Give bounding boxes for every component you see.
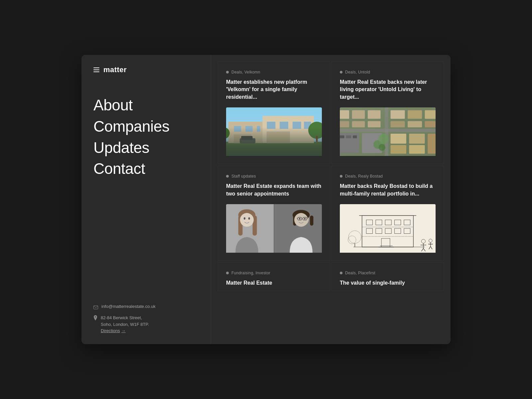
svg-rect-38 (346, 135, 351, 138)
email-row: info@matterrealestate.co.uk (93, 304, 199, 311)
hamburger-icon[interactable] (93, 67, 99, 72)
article-2-title: Matter Real Estate backs new later livin… (340, 78, 436, 101)
svg-rect-40 (391, 134, 406, 144)
article-2-category: Deals, Untold (340, 70, 436, 74)
svg-rect-44 (428, 134, 436, 154)
sketch-image (340, 204, 436, 253)
article-5-category: Fundraising, Investor (226, 271, 322, 275)
svg-point-67 (299, 218, 300, 219)
category-text: Deals, Velkomn (231, 70, 260, 74)
article-card-2[interactable]: Deals, Untold Matter Real Estate backs n… (332, 62, 444, 164)
category-text: Deals, Realy Bostad (345, 174, 383, 179)
svg-rect-32 (391, 121, 405, 127)
residential-image (226, 107, 322, 156)
article-3-category: Staff updates (226, 174, 322, 179)
category-dot (340, 71, 342, 73)
svg-rect-17 (316, 136, 318, 142)
category-dot (340, 175, 342, 178)
article-4-category: Deals, Realy Bostad (340, 174, 436, 179)
category-text: Staff updates (231, 174, 256, 179)
article-5-title: Matter Real Estate (226, 279, 322, 287)
nav-item-updates[interactable]: Updates (93, 138, 199, 158)
svg-rect-5 (245, 126, 252, 132)
svg-rect-1 (226, 107, 322, 156)
svg-rect-22 (385, 107, 388, 156)
svg-rect-9 (267, 122, 276, 129)
svg-rect-30 (408, 110, 422, 119)
svg-rect-10 (280, 122, 288, 129)
footer-info: info@matterrealestate.co.uk 82-84 Berwic… (93, 304, 199, 333)
svg-rect-37 (340, 135, 344, 138)
svg-rect-27 (352, 121, 365, 127)
svg-rect-11 (293, 122, 301, 129)
svg-rect-13 (267, 132, 290, 143)
article-4-image (340, 204, 436, 261)
logo-area: matter (93, 66, 199, 74)
svg-rect-14 (240, 138, 255, 143)
svg-point-18 (226, 127, 230, 139)
svg-rect-7 (234, 135, 251, 143)
directions-link[interactable]: Directions → (101, 328, 126, 333)
article-card-1[interactable]: Deals, Velkomn Matter establishes new pl… (218, 62, 330, 164)
svg-rect-39 (353, 135, 357, 138)
article-6-title: The value of single-family (340, 279, 436, 287)
address-line1: 82-84 Berwick Street, (101, 315, 149, 321)
svg-point-46 (379, 144, 386, 151)
nav-item-about[interactable]: About (93, 95, 199, 115)
article-card-6[interactable]: Deals, Placefirst The value of single-fa… (332, 262, 444, 291)
article-6-category: Deals, Placefirst (340, 271, 436, 275)
svg-rect-2 (226, 142, 322, 156)
envelope-icon (93, 305, 98, 311)
svg-point-54 (240, 213, 254, 227)
svg-rect-42 (391, 145, 406, 154)
svg-rect-29 (391, 110, 405, 119)
sidebar: matter About Companies Updates Contact i… (81, 55, 211, 344)
article-card-4[interactable]: Deals, Realy Bostad Matter backs Realy B… (332, 166, 444, 261)
article-1-image (226, 107, 322, 164)
article-2-image (340, 107, 436, 164)
svg-rect-23 (340, 110, 349, 119)
svg-rect-41 (409, 134, 425, 144)
nav-item-companies[interactable]: Companies (93, 117, 199, 137)
email-link[interactable]: info@matterrealestate.co.uk (101, 304, 156, 309)
svg-rect-26 (340, 121, 349, 127)
article-4-title: Matter backs Realy Bostad to build a mul… (340, 183, 436, 198)
article-3-image (226, 204, 322, 261)
svg-rect-60 (310, 215, 313, 225)
svg-rect-8 (263, 116, 314, 143)
main-nav: About Companies Updates Contact (93, 95, 199, 304)
category-text: Deals, Placefirst (345, 271, 375, 275)
category-text: Fundraising, Investor (231, 271, 270, 275)
svg-point-55 (244, 217, 245, 219)
directions-arrow-icon: → (121, 328, 126, 333)
svg-point-47 (378, 134, 389, 144)
svg-rect-28 (368, 121, 381, 127)
svg-rect-33 (408, 121, 422, 127)
svg-point-56 (248, 217, 250, 219)
svg-point-68 (304, 218, 306, 219)
article-card-5[interactable]: Fundraising, Investor Matter Real Estate (218, 262, 330, 291)
article-1-category: Deals, Velkomn (226, 70, 322, 74)
main-content: Deals, Velkomn Matter establishes new pl… (211, 55, 451, 344)
articles-grid: Deals, Velkomn Matter establishes new pl… (218, 62, 444, 291)
nav-item-contact[interactable]: Contact (93, 159, 199, 179)
category-dot (226, 175, 229, 178)
svg-rect-31 (425, 110, 436, 119)
article-1-title: Matter establishes new platform 'Velkomn… (226, 78, 322, 101)
article-3-title: Matter Real Estate expands team with two… (226, 183, 322, 198)
svg-rect-34 (425, 121, 436, 127)
svg-rect-24 (352, 110, 365, 119)
category-dot (340, 272, 342, 274)
svg-rect-25 (368, 110, 381, 119)
address-row: 82-84 Berwick Street, Soho, London, W1F … (93, 315, 199, 333)
svg-rect-15 (241, 136, 252, 140)
article-card-3[interactable]: Staff updates Matter Real Estate expands… (218, 166, 330, 261)
category-dot (226, 272, 229, 274)
category-text: Deals, Untold (345, 70, 370, 74)
directions-label: Directions (101, 328, 120, 333)
app-window: matter About Companies Updates Contact i… (81, 55, 451, 344)
staff-image (226, 204, 322, 253)
location-icon (93, 315, 97, 322)
address-line2: Soho, London, W1F 8TP. (101, 321, 149, 328)
address-block: 82-84 Berwick Street, Soho, London, W1F … (101, 315, 149, 333)
